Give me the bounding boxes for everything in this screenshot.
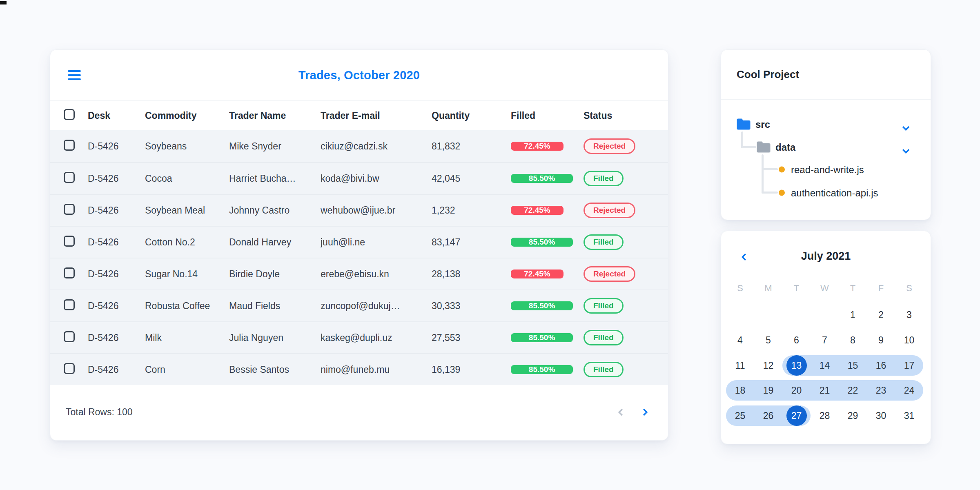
cell-filled: 72.45% — [511, 270, 584, 278]
weekday-label: F — [878, 283, 884, 294]
calendar-day[interactable]: 14 — [815, 355, 835, 376]
chevron-down-icon[interactable] — [902, 123, 909, 131]
row-checkbox[interactable] — [64, 236, 75, 247]
filled-progress-fill: 72.45% — [511, 206, 564, 215]
calendar-day[interactable]: 2 — [871, 305, 891, 325]
calendar-weekday-row: S M T W T F S — [726, 280, 923, 296]
calendar-day[interactable]: 8 — [843, 330, 863, 350]
page-corner-mark — [0, 1, 7, 4]
cell-desk: D-5426 — [88, 237, 145, 248]
status-badge: Filled — [584, 234, 624, 250]
calendar-day[interactable]: 25 — [730, 405, 751, 426]
cell-status: Filled — [584, 362, 668, 377]
calendar-day[interactable]: 18 — [730, 380, 751, 401]
cell-quantity: 27,553 — [432, 332, 511, 343]
prev-page-icon[interactable] — [618, 408, 625, 416]
calendar-day[interactable]: 9 — [871, 330, 891, 350]
calendar-day[interactable]: 26 — [758, 405, 779, 426]
pagination — [619, 410, 647, 415]
calendar-day[interactable]: 15 — [843, 355, 863, 376]
cell-status: Filled — [584, 234, 668, 250]
tree-connector — [741, 146, 756, 148]
calendar-day[interactable]: 23 — [871, 380, 891, 401]
calendar-day[interactable]: 12 — [758, 355, 779, 376]
calendar-day[interactable]: 1 — [843, 305, 863, 325]
cell-trader-email: cikiuz@cadzi.sk — [321, 141, 432, 152]
col-status: Status — [584, 110, 668, 121]
cell-trader-email: koda@bivi.bw — [321, 173, 432, 184]
chevron-down-icon[interactable] — [902, 146, 909, 154]
table-row: D-5426SoybeansMike Snydercikiuz@cadzi.sk… — [50, 130, 668, 162]
tree-item-data[interactable]: data — [775, 142, 795, 153]
row-checkbox-cell — [64, 267, 88, 281]
calendar-day[interactable]: 21 — [815, 380, 835, 401]
row-checkbox-cell — [64, 299, 88, 313]
tree-item-src[interactable]: src — [755, 119, 770, 130]
calendar-day-selected[interactable]: 27 — [786, 405, 807, 426]
cell-trader-email: kaskeg@dupli.uz — [321, 332, 432, 343]
calendar-day[interactable]: 19 — [758, 380, 779, 401]
calendar-day[interactable]: 3 — [899, 305, 920, 325]
row-checkbox[interactable] — [64, 204, 75, 215]
cell-trader-email: wehubow@ijue.br — [321, 205, 432, 216]
calendar-day[interactable]: 10 — [899, 330, 920, 350]
cell-trader-email: nimo@funeb.mu — [321, 364, 432, 375]
tree-item-file[interactable]: read-and-write.js — [791, 164, 864, 176]
calendar-day[interactable]: 31 — [899, 405, 920, 426]
cell-filled: 85.50% — [511, 174, 584, 183]
cell-filled: 72.45% — [511, 142, 584, 151]
total-rows-label: Total Rows: 100 — [66, 407, 133, 418]
weekday-label: M — [764, 283, 772, 294]
cell-status: Rejected — [584, 138, 668, 154]
cell-filled: 72.45% — [511, 206, 584, 215]
cell-trader-name: Harriet Bucha… — [229, 173, 321, 184]
bullet-dot-icon — [779, 167, 785, 173]
calendar-day[interactable]: 29 — [843, 405, 863, 426]
select-all-checkbox[interactable] — [64, 109, 75, 120]
cell-trader-name: Birdie Doyle — [229, 269, 321, 280]
cell-status: Rejected — [584, 203, 668, 218]
weekday-label: S — [737, 283, 743, 294]
status-badge: Filled — [584, 330, 624, 345]
calendar-day[interactable]: 20 — [786, 380, 807, 401]
row-checkbox[interactable] — [64, 363, 75, 374]
next-page-icon[interactable] — [640, 408, 648, 416]
calendar-day[interactable]: 28 — [815, 405, 835, 426]
calendar-day-selected[interactable]: 13 — [786, 355, 807, 376]
calendar-day[interactable]: 11 — [730, 355, 751, 376]
calendar-day[interactable]: 4 — [730, 330, 751, 350]
calendar-day[interactable]: 6 — [786, 330, 807, 350]
page-title: Trades, October 2020 — [298, 69, 420, 82]
cell-trader-name: Donald Harvey — [229, 237, 321, 248]
filled-progress-track: 72.45% — [511, 270, 584, 278]
menu-icon[interactable] — [68, 70, 81, 80]
cell-trader-name: Julia Nguyen — [229, 332, 321, 343]
cell-desk: D-5426 — [88, 301, 145, 312]
weekday-label: T — [850, 283, 855, 294]
table-row: D-5426CocoaHarriet Bucha…koda@bivi.bw42,… — [50, 162, 668, 194]
tree-connector — [762, 192, 778, 194]
calendar-week-row: 11121314151617 — [726, 354, 923, 377]
table-row: D-5426Soybean MealJohnny Castrowehubow@i… — [50, 194, 668, 226]
cell-commodity: Milk — [145, 332, 229, 343]
row-checkbox[interactable] — [64, 140, 75, 151]
table-header-row: Desk Commodity Trader Name Trader E-mail… — [50, 101, 668, 130]
calendar-day[interactable]: 17 — [899, 355, 920, 376]
row-checkbox[interactable] — [64, 299, 75, 310]
row-checkbox[interactable] — [64, 172, 75, 183]
calendar-day[interactable]: 22 — [843, 380, 863, 401]
calendar-day[interactable]: 7 — [815, 330, 835, 350]
tree-connector — [741, 131, 743, 148]
cell-trader-name: Mike Snyder — [229, 141, 321, 152]
calendar-week-row: 25262728293031 — [726, 404, 923, 427]
row-checkbox[interactable] — [64, 267, 75, 278]
tree-item-file[interactable]: authentication-api.js — [791, 187, 878, 199]
calendar-day[interactable]: 5 — [758, 330, 779, 350]
cell-desk: D-5426 — [88, 173, 145, 184]
table-row: D-5426Robusta CoffeeMaud Fieldszuncopof@… — [50, 290, 668, 321]
calendar-day[interactable]: 24 — [899, 380, 920, 401]
calendar-day[interactable]: 16 — [871, 355, 891, 376]
row-checkbox-cell — [64, 331, 88, 345]
row-checkbox[interactable] — [64, 331, 75, 342]
calendar-day[interactable]: 30 — [871, 405, 891, 426]
